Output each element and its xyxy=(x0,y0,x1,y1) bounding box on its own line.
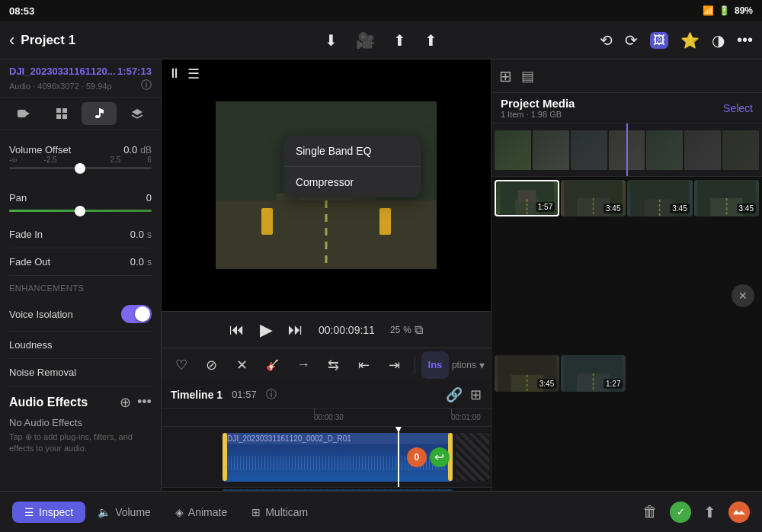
timeline-info-icon[interactable]: ⓘ xyxy=(266,388,277,402)
download-icon[interactable]: ⬇ xyxy=(325,31,338,50)
undo-icon[interactable]: ⟲ xyxy=(600,31,613,50)
skip-back-button[interactable]: ⏮ xyxy=(229,321,245,338)
media-grid: 1:57 3:45 3:45 3:45 xyxy=(491,177,762,532)
nav-left: ‹ Project 1 xyxy=(9,30,257,50)
heart-button[interactable]: ♡ xyxy=(168,351,195,379)
volume-slider-thumb[interactable] xyxy=(75,163,85,174)
thumb-duration-2: 3:45 xyxy=(604,204,623,213)
status-time: 08:53 xyxy=(9,5,34,17)
hamburger-icon[interactable]: ☰ xyxy=(187,66,200,82)
select-button[interactable]: Select xyxy=(723,102,753,114)
battery-icon: 🔋 xyxy=(719,5,730,16)
scrubber-frame-6 xyxy=(684,130,721,170)
fade-out-value: 0.0 s xyxy=(130,256,152,268)
options-label: ptions xyxy=(452,360,476,370)
media-thumb-1[interactable]: 1:57 xyxy=(495,180,559,216)
voice-isolation-label: Voice Isolation xyxy=(9,309,73,320)
voice-isolation-toggle[interactable] xyxy=(121,305,152,323)
thumb-duration-6: 1:27 xyxy=(604,379,623,389)
thumb-duration-5: 3:45 xyxy=(537,379,556,389)
delete-button[interactable]: 🗑 xyxy=(642,503,658,521)
arrow-right-button[interactable]: → xyxy=(290,351,317,379)
list-view-icon[interactable]: ▤ xyxy=(521,68,534,85)
animate-tab[interactable]: ◈ Animate xyxy=(163,502,239,523)
circle-half-icon[interactable]: ◑ xyxy=(712,31,725,50)
info-icon[interactable]: ⓘ xyxy=(141,79,152,92)
remove-button[interactable]: ✕ xyxy=(229,351,256,379)
scrubber-frame-5 xyxy=(646,130,683,170)
media-thumb-4[interactable]: 3:45 xyxy=(694,180,759,216)
volume-tab-label: Volume xyxy=(115,506,151,518)
timeline-settings-icon[interactable]: ⊞ xyxy=(470,386,482,403)
dropdown-menu: Single Band EQ Compressor xyxy=(283,136,421,197)
share-bottom-icon[interactable]: ⬆ xyxy=(703,503,716,521)
pan-label: Pan xyxy=(9,192,27,204)
fade-out-row: Fade Out 0.0 s xyxy=(9,248,152,276)
play-button[interactable]: ▶ xyxy=(260,320,273,340)
trim-start-button[interactable]: ⇤ xyxy=(351,351,378,379)
media-thumb-3[interactable]: 3:45 xyxy=(627,180,692,216)
tab-video[interactable] xyxy=(6,102,41,125)
camera-icon[interactable]: 🎥 xyxy=(356,31,375,50)
swap-button[interactable]: ⇆ xyxy=(320,351,347,379)
ruler-mark-60: 00:01:00 xyxy=(451,409,481,426)
back-button[interactable]: ‹ xyxy=(9,30,14,50)
media-thumb-2[interactable]: 3:45 xyxy=(561,180,626,216)
more-effect-button[interactable]: ••• xyxy=(137,394,152,411)
audio-effects-title: Audio Effects xyxy=(9,396,88,409)
tab-transform[interactable] xyxy=(44,102,79,125)
zoom-control: 25 % ⧉ xyxy=(390,323,423,337)
pan-section: Pan 0 xyxy=(9,181,152,221)
export-icon[interactable]: ⬆ xyxy=(424,31,437,50)
clip-handle-left[interactable] xyxy=(223,433,227,481)
volume-tab[interactable]: 🔈 Volume xyxy=(85,502,163,523)
enhancements-header: ENHANCEMENTS xyxy=(9,276,152,297)
inspect-tab[interactable]: ☰ Inspect xyxy=(12,502,85,523)
media-thumb-6[interactable]: 1:27 xyxy=(561,355,626,392)
media-header: Project Media 1 Item · 1.98 GB Select xyxy=(491,93,762,123)
inspect-label[interactable]: Ins xyxy=(421,351,449,379)
trim-end-button[interactable]: ⇥ xyxy=(381,351,408,379)
fade-in-value: 0.0 s xyxy=(130,229,152,240)
star-icon[interactable]: ⭐ xyxy=(680,31,700,50)
add-effect-button[interactable]: ⊕ xyxy=(120,394,131,411)
toolbar-sep xyxy=(415,356,415,374)
media-icons-row: ⊞ ▤ xyxy=(491,59,762,93)
redo-icon[interactable]: ⟳ xyxy=(625,31,638,50)
grid-view-icon[interactable]: ⊞ xyxy=(499,67,512,85)
more-icon[interactable]: ••• xyxy=(737,31,753,49)
pan-value: 0 xyxy=(146,192,152,204)
noise-removal-row: Noise Removal xyxy=(9,359,152,386)
tab-audio[interactable] xyxy=(82,102,117,125)
animate-tab-icon: ◈ xyxy=(175,506,184,518)
chevron-down-icon[interactable]: ▾ xyxy=(479,359,485,371)
zoom-icon[interactable]: ⧉ xyxy=(415,323,423,337)
check-badge[interactable]: ✓ xyxy=(670,502,691,523)
video-preview: Single Band EQ Compressor ⏸ ☰ xyxy=(162,59,491,311)
dropdown-compressor[interactable]: Compressor xyxy=(283,167,421,197)
color-button[interactable]: 🎸 xyxy=(259,351,287,379)
dropdown-single-band-eq[interactable]: Single Band EQ xyxy=(283,136,421,167)
bottom-actions: 🗑 ✓ ⬆ xyxy=(642,502,750,523)
multicam-tab[interactable]: ⊞ Multicam xyxy=(239,502,320,523)
pan-slider-thumb[interactable] xyxy=(75,206,85,216)
no-effects-label: No Audio Effects xyxy=(9,417,152,428)
nav-center: ⬇ 🎥 ⬆ ⬆ xyxy=(257,31,504,50)
tab-layers[interactable] xyxy=(120,102,155,125)
nav-right: ⟲ ⟳ 🖼 ⭐ ◑ ••• xyxy=(505,31,753,50)
timeline-badges: 0 ↩ xyxy=(407,447,450,467)
thumb-duration-3: 3:45 xyxy=(670,204,689,213)
disable-button[interactable]: ⊘ xyxy=(198,351,226,379)
magnet-icon[interactable]: 🔗 xyxy=(446,386,463,403)
photo-icon[interactable]: 🖼 xyxy=(650,32,668,49)
media-thumb-5[interactable]: 3:45 xyxy=(495,355,559,392)
media-title-area: Project Media 1 Item · 1.98 GB xyxy=(501,97,575,119)
audio-effects-actions: ⊕ ••• xyxy=(120,394,152,411)
pan-slider[interactable] xyxy=(9,210,152,212)
pause-icon[interactable]: ⏸ xyxy=(168,66,181,82)
skip-forward-button[interactable]: ⏭ xyxy=(288,321,303,338)
status-right: 📶 🔋 89% xyxy=(703,5,753,16)
share-up-icon[interactable]: ⬆ xyxy=(393,31,406,50)
clip-info: DJI_20230331161120... 1:57:13 Audio · 40… xyxy=(0,59,161,98)
volume-slider[interactable] xyxy=(9,167,152,169)
